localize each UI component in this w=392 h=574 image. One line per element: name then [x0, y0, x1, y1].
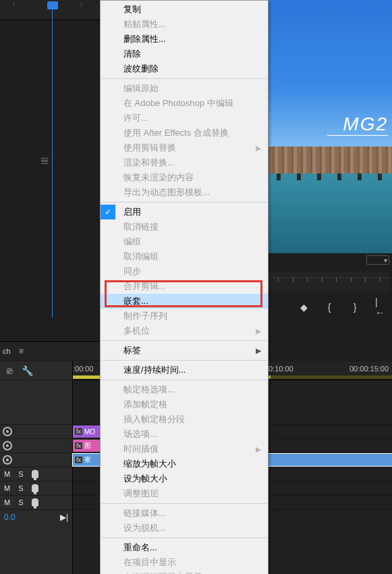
menu-link-media: 链接媒体...	[101, 506, 268, 521]
record-mic-icon[interactable]	[32, 470, 38, 478]
menu-replace-clip: 使用剪辑替换▶	[101, 140, 268, 155]
menu-edit-in-ps: 在 Adobe Photoshop 中编辑	[101, 96, 268, 111]
track-a3-header[interactable]: M S	[0, 496, 72, 510]
menu-separator	[101, 380, 267, 380]
menu-reveal-explorer: 在资源管理器中显示...	[101, 570, 268, 574]
menu-adjustment: 调整图层	[101, 486, 268, 501]
fx-badge: fx	[75, 428, 82, 435]
menu-reveal-project: 在项目中显示	[101, 555, 268, 570]
chevron-right-icon: ▶	[256, 346, 261, 355]
menu-copy[interactable]: 复制	[101, 2, 268, 17]
menu-subsequence: 制作子序列	[101, 309, 268, 323]
solo-button[interactable]: S	[18, 470, 23, 478]
menu-make-offline: 设为脱机...	[101, 521, 268, 536]
ruler-label: 00:00:15:00	[349, 365, 389, 373]
playhead-line	[52, 9, 53, 317]
panel-tab-label: ch	[3, 347, 11, 355]
chevron-right-icon: ▶	[256, 144, 261, 153]
clip-context-menu: 复制 粘贴属性... 删除属性... 清除 波纹删除 编辑原始 在 Adobe …	[100, 0, 269, 574]
fx-badge: fx	[75, 442, 82, 449]
menu-label[interactable]: 标签▶	[101, 343, 268, 358]
menu-separator	[101, 340, 267, 341]
menu-frame-hold-opts: 帧定格选项...	[101, 382, 268, 397]
program-ruler[interactable]	[269, 271, 389, 292]
in-out-icon[interactable]: 𝌆	[40, 155, 49, 166]
chevron-down-icon: ▾	[384, 257, 387, 264]
menu-separator	[101, 78, 267, 79]
overlay-title-rule	[327, 135, 388, 136]
go-to-end-icon[interactable]: ▶|	[60, 513, 68, 522]
overlay-title-text: MG2	[343, 113, 388, 135]
eye-icon[interactable]	[3, 455, 12, 465]
menu-merge: 合并剪辑...	[101, 279, 268, 294]
menu-unlink: 取消链接	[101, 219, 268, 234]
go-prev-edit-button[interactable]: |←	[375, 302, 386, 313]
ruler-label: 0:10:00	[269, 365, 293, 373]
track-v2-header[interactable]	[0, 439, 72, 453]
menu-license: 许可...	[101, 111, 268, 126]
menu-speed[interactable]: 速度/持续时间...	[101, 363, 268, 377]
chevron-right-icon: ▶	[256, 327, 261, 336]
add-marker-button[interactable]: ◆	[298, 302, 309, 313]
menu-nest[interactable]: 嵌套...	[101, 294, 268, 309]
record-mic-icon[interactable]	[32, 498, 38, 506]
snap-icon[interactable]: ⎚	[4, 365, 15, 376]
track-v3-header[interactable]	[0, 425, 72, 439]
program-monitor: MG2	[269, 0, 392, 253]
menu-time-interp: 时间插值▶	[101, 442, 268, 456]
ruler-label: :00:00	[73, 365, 94, 373]
record-mic-icon[interactable]	[32, 484, 38, 492]
menu-edit-original: 编辑原始	[101, 81, 268, 96]
menu-rename[interactable]: 重命名...	[101, 540, 268, 555]
panel-menu-icon[interactable]: ≡	[19, 346, 24, 356]
eye-icon[interactable]	[3, 441, 12, 450]
mark-out-button[interactable]: }	[349, 302, 360, 313]
menu-delete-attrs[interactable]: 删除属性...	[101, 32, 268, 47]
fx-badge: fx	[75, 456, 82, 463]
menu-field-opts: 场选项...	[101, 427, 268, 442]
menu-scale-frame[interactable]: 缩放为帧大小	[101, 456, 268, 471]
panel-tab-bar[interactable]: ch ≡	[0, 341, 100, 360]
mark-in-button[interactable]: {	[324, 302, 335, 313]
track-a1-header[interactable]: M S	[0, 467, 72, 481]
wrench-icon[interactable]: 🔧	[22, 365, 32, 376]
menu-replace-ae: 使用 After Effects 合成替换	[101, 126, 268, 140]
menu-enable[interactable]: ✓ 启用	[101, 205, 268, 219]
track-header-column: ⎚ 🔧 M S M S M S 0.0 ▶|	[0, 361, 73, 574]
mute-button[interactable]: M	[4, 470, 10, 478]
chevron-right-icon: ▶	[256, 445, 261, 454]
menu-enable-label: 启用	[123, 206, 141, 218]
menu-separator	[101, 538, 267, 538]
menu-separator	[101, 202, 267, 203]
clip-label: MO	[84, 428, 95, 436]
menu-add-frame-hold: 添加帧定格	[101, 397, 268, 412]
menu-set-frame[interactable]: 设为帧大小	[101, 471, 268, 486]
menu-ripple-delete[interactable]: 波纹删除	[101, 61, 268, 76]
menu-export-mogrt: 导出为动态图形模板...	[101, 185, 268, 200]
eye-icon[interactable]	[3, 427, 12, 436]
track-a2-header[interactable]: M S	[0, 481, 72, 496]
menu-group: 编组	[101, 234, 268, 249]
track-v1-header[interactable]	[0, 453, 72, 467]
menu-separator	[101, 503, 267, 504]
current-timecode[interactable]: 0.0	[4, 513, 16, 522]
menu-insert-hold-seg: 插入帧定格分段	[101, 412, 268, 427]
menu-paste-attrs: 粘贴属性...	[101, 17, 268, 32]
mute-button[interactable]: M	[4, 484, 10, 492]
mute-button[interactable]: M	[4, 498, 10, 506]
menu-sync: 同步	[101, 264, 268, 279]
menu-restore-unrendered: 恢复未渲染的内容	[101, 170, 268, 185]
clip-label: 图	[84, 441, 91, 450]
zoom-dropdown[interactable]: ▾	[366, 255, 389, 265]
clip-label: 家	[84, 455, 91, 465]
playhead-handle[interactable]	[47, 1, 58, 9]
solo-button[interactable]: S	[18, 498, 23, 506]
solo-button[interactable]: S	[18, 484, 23, 492]
check-icon: ✓	[101, 205, 115, 219]
menu-ungroup: 取消编组	[101, 249, 268, 264]
menu-separator	[101, 360, 267, 361]
menu-multicam: 多机位▶	[101, 323, 268, 338]
menu-render-replace: 渲染和替换...	[101, 155, 268, 170]
menu-clear[interactable]: 清除	[101, 47, 268, 61]
